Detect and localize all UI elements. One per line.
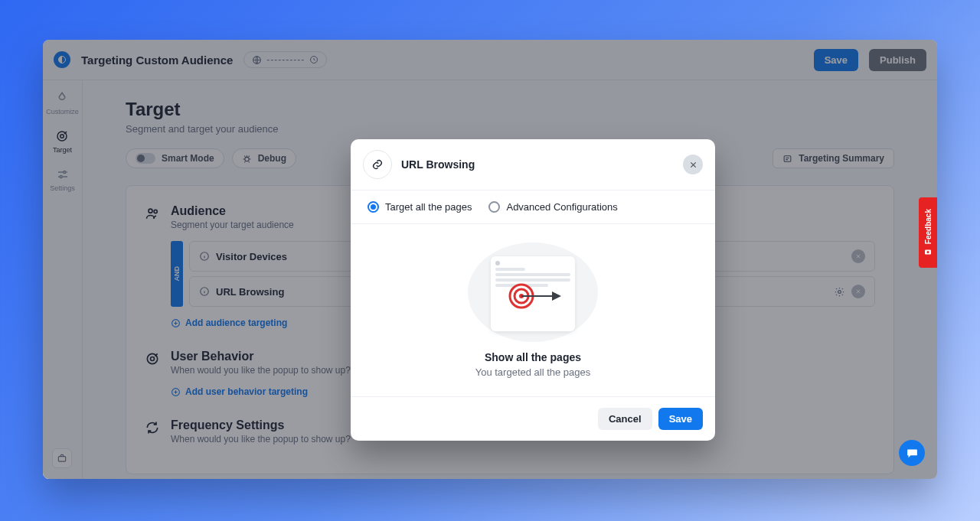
link-icon	[371, 158, 384, 171]
url-browsing-modal: URL Browsing Target all the pages Advanc…	[351, 139, 715, 441]
target-arrow-icon	[508, 282, 566, 310]
modal-options: Target all the pages Advanced Configurat…	[351, 190, 715, 224]
chat-icon	[906, 447, 919, 460]
modal-icon	[363, 150, 392, 179]
chat-fab[interactable]	[899, 440, 925, 466]
radio-off-icon	[488, 201, 500, 213]
radio-label: Target all the pages	[385, 201, 472, 213]
radio-label: Advanced Configurations	[506, 201, 617, 213]
modal-cancel-button[interactable]: Cancel	[598, 408, 652, 430]
modal-body-title: Show all the pages	[485, 351, 581, 363]
app-frame: Targeting Custom Audience ---------- Sav…	[43, 40, 937, 479]
svg-point-23	[927, 251, 929, 253]
modal-body-sub: You targeted all the pages	[475, 366, 591, 378]
modal-header: URL Browsing	[351, 139, 715, 190]
modal-footer: Cancel Save	[351, 396, 715, 441]
feedback-tab[interactable]: Feedback	[919, 197, 937, 268]
feedback-label: Feedback	[924, 209, 933, 244]
modal-body: Show all the pages You targeted all the …	[351, 224, 715, 396]
modal-close-button[interactable]	[683, 155, 703, 174]
illustration	[468, 243, 598, 342]
radio-target-all[interactable]: Target all the pages	[368, 201, 472, 213]
modal-title: URL Browsing	[401, 158, 674, 171]
radio-advanced[interactable]: Advanced Configurations	[488, 201, 617, 213]
camera-icon	[923, 247, 933, 256]
modal-save-button[interactable]: Save	[658, 408, 703, 430]
radio-on-icon	[368, 201, 379, 213]
close-icon	[689, 161, 697, 169]
